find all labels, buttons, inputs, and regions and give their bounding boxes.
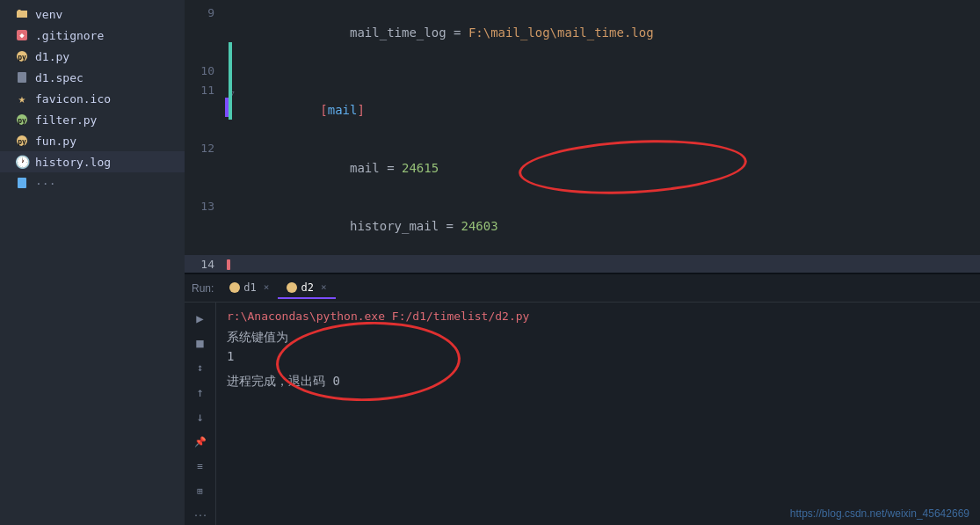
line-content-9: mail_time_log = F:\mail_log\mail_time.lo… (239, 4, 980, 62)
run-exit: 进程完成，退出码 0 (227, 374, 969, 390)
run-body: ▶ ■ ↕ ↑ ↓ 📌 ≡ ⊞ ··· r:\Anacondas\python.… (185, 303, 980, 525)
grid-button[interactable]: ⊞ (190, 483, 211, 500)
line-content-14: auto_get = 0 (239, 255, 980, 273)
git-icon: ◆ (14, 27, 30, 43)
run-content: r:\Anacondas\python.exe F:/d1/timelist/d… (216, 303, 980, 525)
scroll-up-button[interactable]: ↑ (190, 383, 211, 401)
code-line-14: 14 auto_get = 0 (185, 255, 980, 273)
sidebar-item-historylog[interactable]: 🕐 history.log (0, 151, 185, 172)
sidebar-item-venv[interactable]: venv (0, 4, 185, 25)
sidebar-item-label: d1.py (35, 50, 69, 63)
line-num-9: 9 (185, 4, 229, 23)
svg-rect-5 (18, 72, 26, 83)
sidebar-item-gitignore[interactable]: ◆ .gitignore (0, 25, 185, 46)
python-icon2: py (14, 133, 30, 149)
code-line-12: 12 mail = 24615 (185, 139, 980, 197)
python-green-icon: py (14, 112, 30, 128)
line-num-14: 14 (185, 255, 229, 273)
tab-label-d1: d1 (243, 281, 256, 294)
run-tab-d1[interactable]: d1 × (221, 278, 278, 299)
svg-marker-0 (17, 10, 27, 18)
scroll-down-button[interactable]: ↓ (190, 408, 211, 426)
rerun-button[interactable]: ↕ (190, 359, 211, 376)
sidebar-item-label: venv (35, 8, 62, 21)
pin-button[interactable]: 📌 (190, 434, 211, 451)
line-num-13: 13 (185, 197, 229, 216)
tab-dot-d2 (287, 282, 297, 293)
tab-label-d2: d2 (301, 281, 313, 294)
sidebar: venv ◆ .gitignore py d1.py d1.spec ★ fav… (0, 0, 185, 525)
tab-close-d2[interactable]: × (321, 281, 327, 293)
sidebar-item-more[interactable]: ··· (0, 172, 185, 193)
svg-text:py: py (18, 117, 26, 125)
python-icon: py (14, 48, 30, 64)
folder-icon (14, 6, 30, 22)
code-lines: 9 mail_time_log = F:\mail_log\mail_time.… (185, 0, 980, 273)
code-line-13: 13 history_mail = 24603 (185, 197, 980, 255)
main-area: 9 mail_time_log = F:\mail_log\mail_time.… (185, 0, 980, 525)
line-content-12: mail = 24615 (239, 139, 980, 197)
sidebar-item-label: favicon.ico (35, 92, 111, 106)
run-footer-url[interactable]: https://blog.csdn.net/weixin_45642669 (790, 507, 969, 520)
svg-text:py: py (18, 54, 26, 62)
spec-icon (14, 69, 30, 85)
stop-button[interactable]: ■ (190, 334, 211, 352)
run-label: Run: (192, 282, 214, 295)
tab-close-d1[interactable]: × (264, 281, 270, 293)
sidebar-item-favicon[interactable]: ★ favicon.ico (0, 88, 185, 109)
run-header: Run: d1 × d2 × (185, 274, 980, 303)
run-output-1: 1 (227, 349, 969, 363)
run-panel: Run: d1 × d2 × ▶ ■ ↕ ↑ ↓ 📌 ≡ (185, 273, 980, 525)
more-button[interactable]: ··· (190, 507, 211, 525)
code-line-9: 9 mail_time_log = F:\mail_log\mail_time.… (185, 4, 980, 62)
line-num-10: 10 (185, 62, 229, 81)
code-editor: 9 mail_time_log = F:\mail_log\mail_time.… (185, 0, 980, 273)
svg-rect-10 (18, 178, 26, 188)
file-icon (14, 175, 30, 191)
sidebar-item-label: .gitignore (35, 29, 104, 42)
line-num-11: 11 (185, 81, 229, 100)
play-button[interactable]: ▶ (190, 310, 211, 327)
code-line-10: 10 (185, 62, 980, 81)
svg-text:py: py (18, 138, 26, 146)
sidebar-item-label: fun.py (35, 135, 76, 148)
clock-icon: 🕐 (14, 154, 30, 170)
sidebar-file-tree: venv ◆ .gitignore py d1.py d1.spec ★ fav… (0, 0, 185, 525)
list-button[interactable]: ≡ (190, 458, 211, 476)
star-icon: ★ (14, 91, 30, 106)
sidebar-item-funpy[interactable]: py fun.py (0, 130, 185, 151)
sidebar-item-filterpy[interactable]: py filter.py (0, 109, 185, 130)
run-sidebar: ▶ ■ ↕ ↑ ↓ 📌 ≡ ⊞ ··· (185, 303, 216, 525)
sidebar-item-label: filter.py (35, 113, 97, 127)
sidebar-item-d1py[interactable]: py d1.py (0, 46, 185, 67)
run-tab-d2[interactable]: d2 × (278, 278, 335, 299)
run-command: r:\Anacondas\python.exe F:/d1/timelist/d… (227, 310, 969, 323)
line-num-12: 12 (185, 139, 229, 158)
sidebar-item-d1spec[interactable]: d1.spec (0, 67, 185, 88)
tab-dot-d1 (229, 282, 240, 293)
sidebar-item-label: ··· (35, 177, 55, 190)
line-content-13: history_mail = 24603 (239, 197, 980, 255)
sidebar-item-label: history.log (35, 156, 111, 169)
run-output-0: 系统键值为 (227, 330, 969, 346)
svg-text:◆: ◆ (19, 31, 25, 40)
line-content-11: [mail] (239, 81, 980, 139)
code-line-11: 11 ▽ [mail] (185, 81, 980, 139)
sidebar-item-label: d1.spec (35, 71, 83, 84)
